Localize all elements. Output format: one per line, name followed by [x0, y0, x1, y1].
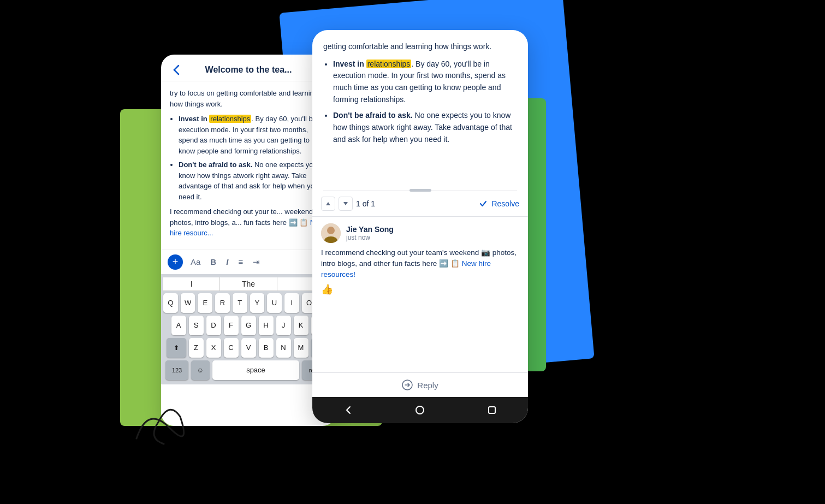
comment-time: just now	[346, 234, 394, 241]
svg-rect-5	[489, 407, 495, 413]
key-H[interactable]: H	[259, 316, 274, 335]
phone-back: Welcome to the tea... try to focus on ge…	[161, 55, 336, 426]
key-A[interactable]: A	[171, 316, 186, 335]
content-top: getting comfortable and learning how thi…	[323, 41, 517, 53]
bullet1-bold: Invest in	[333, 60, 366, 68]
key-Q[interactable]: Q	[163, 293, 178, 313]
phone-content: getting comfortable and learning how thi…	[312, 30, 528, 191]
comment-count: 1 of 1	[356, 199, 375, 208]
key-B[interactable]: B	[259, 338, 274, 358]
key-N[interactable]: N	[276, 338, 291, 358]
bullet1-highlight: relationships	[366, 60, 412, 68]
key-C[interactable]: C	[224, 338, 239, 358]
key-T[interactable]: T	[233, 293, 247, 313]
key-K[interactable]: K	[294, 316, 308, 335]
reply-bar[interactable]: Reply	[312, 372, 528, 397]
key-shift[interactable]: ⬆	[167, 338, 186, 358]
svg-point-1	[327, 227, 335, 234]
keyboard-row-bottom: 123 ☺ space return	[163, 360, 334, 380]
thumbs-up-icon[interactable]: 👍	[321, 283, 519, 295]
reply-icon	[402, 380, 413, 390]
keyboard-row-1: Q W E R T Y U I O P	[163, 293, 334, 313]
drag-handle[interactable]	[409, 189, 431, 192]
avatar	[321, 223, 341, 243]
comment-body: Jie Yan Song just now I recommend checki…	[312, 217, 528, 373]
editor-toolbar: + Aa B I ≡ ⇥	[161, 250, 336, 274]
suggestion-1[interactable]: I	[163, 277, 220, 290]
key-Y[interactable]: Y	[250, 293, 265, 313]
comment-text: I recommend checking out your team's wee…	[321, 247, 519, 281]
key-F[interactable]: F	[224, 316, 239, 335]
key-M[interactable]: M	[294, 338, 308, 358]
key-D[interactable]: D	[206, 316, 221, 335]
key-space[interactable]: space	[212, 360, 299, 380]
suggestion-2[interactable]: The	[220, 277, 277, 290]
add-button[interactable]: +	[168, 254, 183, 270]
key-X[interactable]: X	[206, 338, 221, 358]
nav-up-button[interactable]	[321, 197, 335, 211]
comment-meta: Jie Yan Song just now	[346, 225, 394, 241]
key-Z[interactable]: Z	[189, 338, 204, 358]
svg-point-4	[416, 406, 424, 414]
key-V[interactable]: V	[241, 338, 256, 358]
front-bullet1: Invest in relationships. By day 60, you'…	[333, 58, 517, 106]
paragraph2: I recommend checking out your te... week…	[170, 206, 327, 239]
keyboard: I The Q W E R T Y U I O P A S D F G H J …	[161, 274, 336, 384]
key-W[interactable]: W	[181, 293, 195, 313]
key-I[interactable]: I	[284, 293, 299, 313]
bold-button[interactable]: B	[208, 255, 218, 269]
key-R[interactable]: R	[215, 293, 230, 313]
keyboard-suggestions: I The	[163, 277, 334, 291]
divider-section	[312, 191, 528, 191]
resolve-label: Resolve	[491, 199, 519, 208]
phone-back-content: try to focus on getting comfortable and …	[161, 81, 336, 250]
key-S[interactable]: S	[189, 316, 204, 335]
home-nav-button[interactable]	[411, 401, 429, 419]
bullet2: Don't be afraid to ask. No one expects y…	[179, 159, 327, 202]
phone-front: getting comfortable and learning how thi…	[312, 30, 528, 423]
list-button[interactable]: ≡	[236, 255, 245, 269]
key-123[interactable]: 123	[165, 360, 188, 380]
indent-button[interactable]: ⇥	[251, 255, 262, 269]
keyboard-row-3: ⬆ Z X C V B N M ⌫	[163, 338, 334, 358]
comment-author: Jie Yan Song	[346, 225, 394, 234]
italic-button[interactable]: I	[224, 255, 230, 269]
comment-navigation: 1 of 1	[321, 197, 375, 211]
keyboard-row-2: A S D F G H J K L	[163, 316, 334, 335]
back-nav-button[interactable]	[340, 401, 357, 419]
format-button[interactable]: Aa	[188, 255, 203, 269]
resolve-button[interactable]: Resolve	[479, 199, 519, 208]
phone-back-title: Welcome to the tea...	[183, 65, 314, 75]
square-nav-button[interactable]	[483, 401, 501, 419]
key-G[interactable]: G	[241, 316, 256, 335]
back-arrow-icon[interactable]	[170, 63, 183, 76]
comment-header: Jie Yan Song just now	[321, 223, 519, 243]
key-J[interactable]: J	[276, 316, 291, 335]
key-E[interactable]: E	[198, 293, 212, 313]
content-partial: try to focus on getting comfortable and …	[170, 88, 327, 109]
phone-back-header: Welcome to the tea...	[161, 55, 336, 81]
reply-label: Reply	[417, 381, 438, 390]
comment-bar: 1 of 1 Resolve	[312, 191, 528, 217]
key-emoji[interactable]: ☺	[191, 360, 210, 380]
new-hire-link-back[interactable]: 📋 New hire resourc...	[170, 218, 324, 238]
bottom-navigation	[312, 397, 528, 423]
front-bullet2: Don't be afraid to ask. No one expects y…	[333, 110, 517, 145]
bullet2-bold: Don't be afraid to ask.	[333, 111, 413, 120]
key-U[interactable]: U	[267, 293, 282, 313]
bullet1: Invest in relationships. By day 60, you'…	[179, 114, 327, 156]
nav-down-button[interactable]	[339, 197, 353, 211]
